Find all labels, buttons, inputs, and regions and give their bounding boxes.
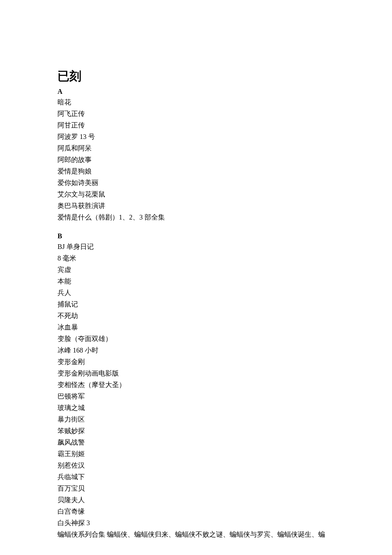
section-a: A 暗花 阿飞正传 阿甘正传 阿波罗 13 号 阿瓜和阿呆 阿郎的故事 爱情是狗…: [58, 88, 334, 223]
list-item: 飙风战警: [58, 436, 334, 448]
list-item: 变脸（夺面双雄）: [58, 333, 334, 344]
list-item: 百万宝贝: [58, 483, 334, 494]
list-item: 冰峰 168 小时: [58, 344, 334, 356]
list-item: 巴顿将军: [58, 390, 334, 402]
list-item: 奥巴马获胜演讲: [58, 200, 334, 211]
section-header-a: A: [58, 88, 334, 95]
list-item: 变形金刚动画电影版: [58, 367, 334, 379]
list-item: 冰血暴: [58, 321, 334, 333]
list-item: 暗花: [58, 96, 334, 108]
list-item: 宾虚: [58, 264, 334, 275]
list-item: 贝隆夫人: [58, 494, 334, 506]
list-item: BJ 单身日记: [58, 241, 334, 252]
list-item: 笨贼妙探: [58, 425, 334, 436]
document-title: 已刻: [58, 68, 334, 84]
list-item: 不死劫: [58, 310, 334, 321]
list-item: 阿瓜和阿呆: [58, 142, 334, 154]
list-item: 本能: [58, 275, 334, 287]
list-item: 白宫奇缘: [58, 506, 334, 517]
list-item: 变形金刚: [58, 356, 334, 367]
list-item: 蝙蝠侠系列合集 蝙蝠侠、蝙蝠侠归来、蝙蝠侠不败之谜、蝙蝠侠与罗宾、蝙蝠侠诞生、蝙: [58, 529, 334, 540]
list-item: 白头神探 3: [58, 517, 334, 529]
list-item: 爱情是什么（韩剧）1、2、3 部全集: [58, 211, 334, 223]
list-item: 阿甘正传: [58, 119, 334, 131]
list-item: 阿飞正传: [58, 108, 334, 119]
list-item: 艾尔文与花栗鼠: [58, 188, 334, 200]
list-item: 捕鼠记: [58, 298, 334, 310]
list-item: 阿波罗 13 号: [58, 131, 334, 142]
list-item: 兵人: [58, 287, 334, 298]
list-item: 爱情是狗娘: [58, 165, 334, 177]
list-item: 爱你如诗美丽: [58, 177, 334, 188]
list-item: 阿郎的故事: [58, 154, 334, 165]
list-item: 8 毫米: [58, 252, 334, 264]
list-item: 兵临城下: [58, 471, 334, 483]
list-item: 别惹佐汉: [58, 460, 334, 471]
list-item: 玻璃之城: [58, 402, 334, 413]
list-item: 变相怪杰（摩登大圣）: [58, 379, 334, 390]
section-b: B BJ 单身日记 8 毫米 宾虚 本能 兵人 捕鼠记 不死劫 冰血暴 变脸（夺…: [58, 232, 334, 540]
list-item: 暴力街区: [58, 413, 334, 425]
section-header-b: B: [58, 232, 334, 240]
list-item: 霸王别姬: [58, 448, 334, 460]
